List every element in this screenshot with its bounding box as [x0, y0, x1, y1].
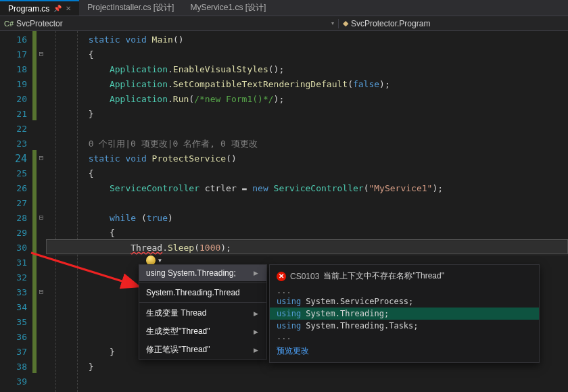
tab-projectinstaller[interactable]: ProjectInstaller.cs [设计] [79, 0, 182, 16]
menu-item-fqn[interactable]: System.Threading.Thread [139, 285, 266, 301]
chevron-right-icon: ▶ [254, 347, 258, 353]
menu-item-typo[interactable]: 修正笔误"Thread" ▶ [139, 341, 266, 359]
nav-project-dropdown[interactable]: C# SvcProtector ▾ [0, 19, 338, 28]
menu-item-gentype[interactable]: 生成类型"Thread" ▶ [139, 322, 266, 341]
quick-actions-menu: using System.Threading; ▶ System.Threadi… [139, 264, 267, 360]
fold-toggle-icon[interactable] [37, 284, 46, 299]
tab-label: MyService1.cs [设计] [190, 2, 266, 14]
nav-class-dropdown[interactable]: ◆ SvcProtector.Program [338, 19, 568, 28]
class-icon: ◆ [343, 19, 348, 28]
fold-toggle-icon[interactable] [37, 150, 46, 165]
chevron-down-icon: ▾ [331, 20, 334, 26]
chevron-right-icon: ▶ [254, 310, 258, 317]
menu-item-genvar[interactable]: 生成变量 Thread ▶ [139, 304, 266, 322]
error-message: 当前上下文中不存在名称"Thread" [323, 270, 444, 282]
error-code: CS0103 [290, 272, 319, 281]
codelens-indicator[interactable]: 0 个引用|0 项更改|0 名作者, 0 项更改 [89, 139, 258, 149]
code-ellipsis: ... [270, 332, 539, 341]
pin-icon[interactable]: 📌 [53, 5, 62, 12]
nav-class-label: SvcProtector.Program [351, 19, 430, 28]
close-icon[interactable]: ✕ [66, 5, 71, 12]
nav-bar: C# SvcProtector ▾ ◆ SvcProtector.Program [0, 16, 568, 31]
chevron-down-icon[interactable]: ▼ [158, 258, 162, 264]
fold-toggle-icon[interactable] [37, 210, 46, 224]
chevron-right-icon: ▶ [254, 328, 258, 335]
line-number-gutter: 16 17 18 19 20 21 22 23 24 25 26 27 28 2… [0, 31, 32, 392]
nav-project-label: SvcProtector [16, 19, 63, 28]
lightbulb-icon[interactable] [146, 255, 156, 265]
tab-label: ProjectInstaller.cs [设计] [87, 2, 174, 14]
error-token[interactable]: Thread [131, 243, 162, 253]
code-ellipsis: ... [270, 286, 539, 295]
highlighted-fix-line: using System.Threading; [270, 308, 539, 320]
tab-label: Program.cs [8, 4, 49, 14]
error-icon: ✕ [277, 272, 286, 281]
tab-program[interactable]: Program.cs 📌 ✕ [0, 0, 79, 16]
fold-toggle-icon[interactable] [37, 46, 46, 61]
preview-flyout: ✕ CS0103 当前上下文中不存在名称"Thread" ... using S… [269, 264, 540, 363]
chevron-right-icon: ▶ [254, 270, 258, 276]
menu-item-using[interactable]: using System.Threading; ▶ [139, 265, 266, 281]
csharp-icon: C# [4, 20, 14, 28]
fold-bar[interactable] [37, 31, 46, 392]
preview-changes-link[interactable]: 预览更改 [270, 341, 539, 358]
tab-bar: Program.cs 📌 ✕ ProjectInstaller.cs [设计] … [0, 0, 568, 16]
tab-myservice[interactable]: MyService1.cs [设计] [182, 0, 274, 16]
